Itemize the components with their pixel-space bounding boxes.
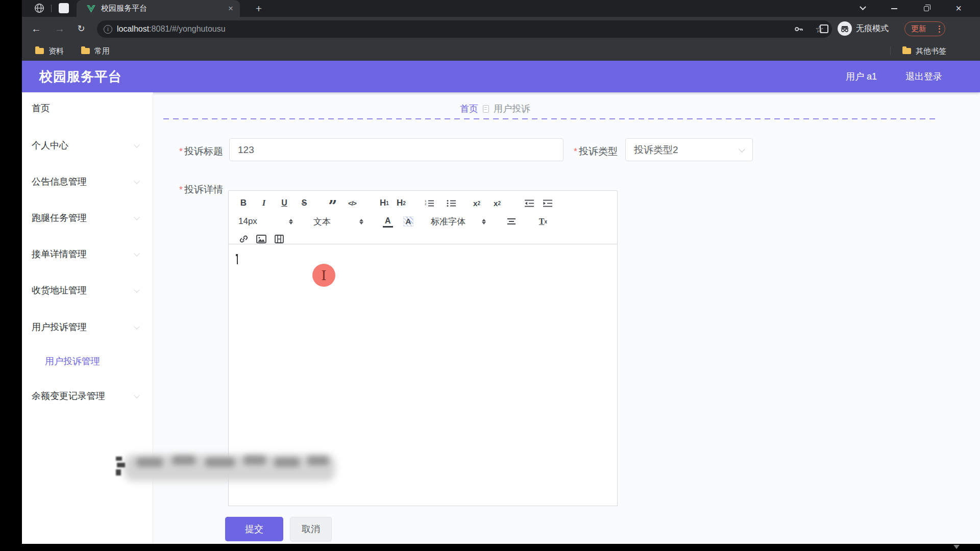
address-bar[interactable]: i localhost:8081/#/yonghutousu ☆ — [97, 20, 832, 38]
square-pinned-icon[interactable] — [59, 3, 69, 13]
folder-icon — [35, 48, 44, 54]
scroll-down-arrow-icon[interactable] — [953, 545, 960, 549]
code-button[interactable]: </> — [347, 197, 357, 209]
italic-button[interactable]: I — [259, 197, 269, 209]
highlight-color-button[interactable]: A — [403, 216, 413, 227]
header-user[interactable]: 用户 a1 — [846, 70, 877, 83]
kebab-menu-icon[interactable] — [939, 26, 940, 33]
bullet-list-button[interactable] — [446, 197, 456, 209]
url-path: :8081/#/yonghutousu — [149, 24, 225, 33]
link-button[interactable] — [238, 233, 249, 245]
indent-button[interactable] — [543, 197, 553, 209]
bookmark-folder-changyong[interactable]: 常用 — [77, 45, 110, 57]
editor-toolbar: B I U S ” </> H1 H2 12 — [228, 190, 618, 244]
chevron-icon — [134, 251, 139, 256]
reload-icon[interactable]: ↻ — [74, 21, 88, 36]
complaint-title-label: *投诉标题 — [167, 145, 223, 158]
back-icon[interactable]: ← — [29, 21, 43, 36]
minimize-icon[interactable] — [883, 0, 906, 17]
sidebar-item-errand-task-mgmt[interactable]: 跑腿任务管理 — [22, 212, 153, 224]
stepper-icon[interactable] — [482, 219, 486, 224]
sidebar-item-label: 公告信息管理 — [32, 176, 87, 188]
url-host: localhost — [117, 24, 149, 33]
side-panel-icon[interactable] — [820, 24, 828, 33]
ibeam-cursor-icon: I — [321, 268, 326, 283]
sidebar-item-label: 跑腿任务管理 — [32, 212, 87, 224]
strike-button[interactable]: S — [299, 197, 309, 209]
editor-content[interactable] — [228, 244, 618, 506]
underline-button[interactable]: U — [279, 197, 289, 209]
bold-button[interactable]: B — [238, 197, 249, 209]
incognito-indicator: 无痕模式 — [838, 21, 889, 36]
globe-pinned-icon[interactable] — [34, 3, 45, 14]
chevron-icon — [134, 178, 139, 184]
browser-toolbar: ← → ↻ i localhost:8081/#/yonghutousu ☆ — [22, 17, 980, 41]
update-button[interactable]: 更新 — [904, 21, 945, 36]
stepper-icon[interactable] — [359, 219, 363, 224]
bookmarks-separator — [890, 46, 891, 55]
ordered-list-button[interactable]: 12 — [424, 197, 434, 209]
image-button[interactable] — [256, 233, 266, 245]
required-mark: * — [574, 146, 577, 157]
font-size-picker[interactable]: 14px — [238, 215, 257, 228]
complaint-type-select[interactable]: 投诉类型2 — [625, 138, 753, 161]
window-menu-chevron-icon[interactable] — [851, 0, 874, 17]
tab-bar: 校园服务平台 × + × — [22, 0, 980, 17]
h2-button[interactable]: H2 — [396, 197, 406, 209]
clear-format-button[interactable]: Tx — [538, 215, 548, 228]
sidebar-item-label: 个人中心 — [32, 139, 68, 152]
sidebar-item-announcement-mgmt[interactable]: 公告信息管理 — [22, 176, 153, 188]
sidebar-item-personal-center[interactable]: 个人中心 — [22, 139, 153, 152]
close-icon[interactable]: × — [947, 0, 970, 17]
url-text[interactable]: localhost:8081/#/yonghutousu — [117, 24, 226, 34]
bookmark-label: 资料 — [48, 46, 64, 56]
text-style-picker[interactable]: 文本 — [313, 215, 331, 228]
sidebar-item-address-mgmt[interactable]: 收货地址管理 — [22, 284, 153, 296]
bookmark-folder-ziliao[interactable]: 资料 — [31, 45, 64, 57]
chevron-icon — [134, 392, 139, 398]
svg-text:2: 2 — [425, 203, 427, 206]
app-header: 校园服务平台 用户 a1 退出登录 — [22, 61, 980, 92]
screen: 校园服务平台 × + × ← → ↻ i localhost:8081/#/yo… — [0, 0, 980, 551]
tab-close-icon[interactable]: × — [228, 4, 233, 13]
tab-title: 校园服务平台 — [101, 4, 228, 13]
content-area: 首页 用户投诉 *投诉标题 *投诉类型 投诉类型2 *投诉详情 — [153, 92, 980, 544]
breadcrumb-current: 用户投诉 — [494, 103, 530, 115]
blockquote-button[interactable]: ” — [328, 200, 338, 212]
forward-icon[interactable]: → — [53, 21, 67, 36]
sidebar-item-balance-record-mgmt[interactable]: 余额变更记录管理 — [22, 390, 153, 402]
sidebar-item-complaint-mgmt[interactable]: 用户投诉管理 — [22, 321, 153, 333]
submit-button[interactable]: 提交 — [225, 517, 283, 541]
maximize-icon[interactable] — [915, 0, 938, 17]
page-viewport: 校园服务平台 用户 a1 退出登录 首页 个人中心 公告信息管理 跑腿任务管理 … — [22, 61, 980, 544]
outdent-button[interactable] — [524, 197, 534, 209]
sidebar-item-order-detail-mgmt[interactable]: 接单详情管理 — [22, 248, 153, 260]
folder-icon — [81, 48, 90, 54]
breadcrumb-home-link[interactable]: 首页 — [460, 103, 478, 115]
required-mark: * — [179, 146, 183, 157]
cancel-button[interactable]: 取消 — [290, 517, 332, 541]
h1-button[interactable]: H1 — [379, 197, 389, 209]
complaint-title-input[interactable] — [229, 138, 564, 161]
chevron-down-icon — [739, 146, 745, 153]
info-icon[interactable]: i — [104, 25, 112, 34]
align-button[interactable] — [506, 215, 517, 228]
logout-link[interactable]: 退出登录 — [905, 70, 942, 83]
dashed-divider — [163, 118, 937, 119]
complaint-type-label: *投诉类型 — [561, 145, 618, 158]
sidebar-item-label: 接单详情管理 — [32, 248, 87, 260]
sidebar-item-home[interactable]: 首页 — [22, 102, 153, 114]
other-bookmarks-button[interactable]: 其他书签 — [898, 45, 946, 57]
new-tab-button[interactable]: + — [253, 3, 265, 15]
select-value: 投诉类型2 — [634, 143, 678, 157]
active-tab[interactable]: 校园服务平台 × — [77, 0, 240, 17]
stepper-icon[interactable] — [289, 219, 293, 224]
tab-separator — [51, 5, 52, 12]
video-button[interactable] — [274, 233, 284, 245]
font-family-picker[interactable]: 标准字体 — [431, 215, 465, 228]
key-icon[interactable] — [794, 24, 804, 34]
text-color-button[interactable]: A — [383, 215, 393, 228]
superscript-button[interactable]: x2 — [492, 197, 502, 209]
sidebar-subitem-complaint-mgmt[interactable]: 用户投诉管理 — [22, 355, 153, 367]
subscript-button[interactable]: x2 — [472, 197, 482, 209]
